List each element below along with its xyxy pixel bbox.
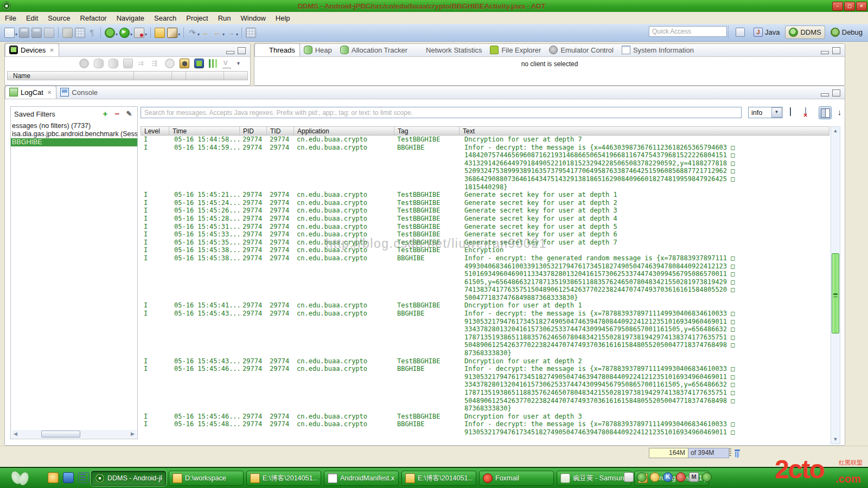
log-line[interactable]: I05-16 15:45:26...2977429774cn.edu.buaa.… [141,207,829,215]
systrace-icon[interactable] [222,59,231,68]
log-line[interactable]: I05-16 15:45:48...2977429774cn.edu.buaa.… [141,420,829,428]
log-line[interactable]: 9130532179476173451827490504746394780844… [141,428,829,436]
log-line[interactable]: I05-16 15:45:38...2977429774cn.edu.buaa.… [141,254,829,262]
filter-item[interactable]: essages (no filters) (7737) [11,122,137,130]
chevron-down-icon[interactable]: ▼ [771,107,782,118]
log-line[interactable]: I05-16 15:45:46...2977429774cn.edu.buaa.… [141,365,829,373]
debug-process-icon[interactable] [79,59,89,68]
perspective-java[interactable]: JJava [750,26,783,38]
quicklaunch-clock-icon[interactable] [48,472,59,483]
tray-keyboard-icon[interactable] [624,472,634,482]
quick-access-input[interactable] [649,26,727,37]
quicklaunch-list-icon[interactable] [78,472,89,483]
column-header[interactable]: Time [169,127,240,135]
search-brush-icon[interactable] [167,28,177,38]
log-line[interactable]: I05-16 15:44:59...2977429774cn.edu.buaa.… [141,144,829,152]
column-header[interactable]: Tag [394,127,459,135]
save-log-button[interactable] [788,106,800,118]
scroll-up-icon[interactable]: ▲ [831,127,840,135]
log-line[interactable]: I05-16 15:45:38...2977429774cn.edu.buaa.… [141,246,829,254]
view-menu-icon[interactable]: ▼ [236,59,245,68]
print-icon[interactable] [44,28,54,38]
log-line[interactable]: 3343782801320416157306253374474309945679… [141,325,829,333]
window-control-button[interactable]: □ [844,2,855,11]
delete-filter-icon[interactable]: − [112,110,122,118]
add-filter-icon[interactable]: + [100,110,110,118]
update-threads-icon[interactable]: ⇉ [138,59,146,68]
window-control-button[interactable]: - [832,2,843,11]
start-butterfly-logo[interactable] [8,470,36,486]
edit-filter-icon[interactable]: ✎ [124,110,134,118]
log-line[interactable]: I05-16 15:45:35...2977429774cn.edu.buaa.… [141,239,829,247]
menu-item[interactable]: File [0,12,21,24]
log-line[interactable]: 9130532179476173451827490504746394780844… [141,318,829,326]
scroll-left-icon[interactable]: ◀ [11,430,20,438]
ddms-view-tab[interactable]: System Information [618,44,698,56]
maximize-view-button[interactable] [832,89,840,97]
menu-item[interactable]: Navigate [112,12,149,24]
display-saved-filters-toggle[interactable] [819,106,832,119]
tray-green-icon[interactable] [637,472,647,482]
log-line[interactable]: I05-16 15:45:33...2977429774cn.edu.buaa.… [141,230,829,239]
run-icon[interactable] [119,28,130,38]
log-line[interactable]: I05-16 15:45:41...2977429774cn.edu.buaa.… [141,301,829,310]
last-edit-icon[interactable]: ↷ [188,28,197,37]
ddms-view-tab[interactable]: Network Statistics [412,44,486,56]
menu-item[interactable]: Run [213,12,236,24]
scroll-down-icon[interactable]: ▼ [831,435,840,444]
ddms-view-tab[interactable]: Allocation Tracker [336,44,412,56]
screen-capture-icon[interactable] [194,59,204,68]
scrollbar-thumb[interactable] [41,431,80,438]
window-control-button[interactable]: × [856,2,867,11]
menu-item[interactable]: Help [271,12,295,24]
back-icon[interactable]: ← [201,28,210,37]
taskbar-button[interactable]: AndroidManifest.x... [324,471,399,486]
taskbar-button[interactable]: DDMS - Android-jP... [91,471,166,486]
close-tab-icon[interactable]: ✕ [49,47,54,53]
close-tab-icon[interactable]: ✕ [47,89,52,95]
minimize-view-button[interactable] [226,51,234,54]
screenshot-icon[interactable] [180,59,189,68]
link-editor-icon[interactable] [246,28,256,38]
log-line[interactable]: 61505,y=65648663217871351938651188357624… [141,278,829,286]
scrollbar-thumb[interactable] [832,253,839,333]
log-line[interactable]: 3686429088073646164347514329138186516290… [141,175,829,183]
forward-icon[interactable]: → [226,28,235,37]
log-line[interactable]: I05-16 15:44:58...2977429774cn.edu.buaa.… [141,136,829,144]
menu-item[interactable]: Edit [21,12,43,24]
tab-devices[interactable]: Devices ✕ [5,43,59,56]
log-line[interactable]: 4313291426644979184905221018152329422850… [141,159,829,168]
save-icon[interactable] [19,28,29,38]
taskbar-button[interactable]: Foxmail [479,471,554,486]
open-type-icon[interactable] [155,28,165,38]
ddms-view-tab[interactable]: File Explorer [486,44,545,56]
new-wizard-icon[interactable] [4,28,15,38]
log-line[interactable]: 5209324753899938916357379541770649587633… [141,167,829,175]
column-header[interactable]: Text [459,127,829,135]
maximize-view-button[interactable] [832,47,840,54]
column-header[interactable]: Application [294,127,394,135]
filter-item[interactable]: BBGHIBE [11,138,137,146]
menu-item[interactable]: Window [236,12,271,24]
tray-red-icon[interactable] [676,472,686,482]
log-line[interactable]: 1787135193865118835762465078048342155028… [141,389,829,397]
dump-hprof-icon[interactable] [108,59,118,68]
show-whitespace-icon[interactable]: ¶ [87,28,97,37]
log-line[interactable]: 5048906125426377022382447074749370361616… [141,397,829,405]
log-line[interactable]: I05-16 15:45:43...2977429774cn.edu.buaa.… [141,357,829,365]
taskbar-button[interactable]: 豌豆荚 - Samsung... [557,471,631,486]
clear-log-button[interactable] [803,106,815,118]
tray-shield-icon[interactable] [702,472,712,482]
coverage-icon[interactable] [134,28,144,38]
menu-item[interactable]: Project [181,12,213,24]
log-line[interactable]: I05-16 15:45:28...2977429774cn.edu.buaa.… [141,215,829,223]
menu-item[interactable]: Refactor [75,12,112,24]
perspective-debug[interactable]: Debug [827,26,866,38]
menu-item[interactable]: Search [149,12,181,24]
perspective-ddms[interactable]: DDMS [785,25,825,39]
minimize-view-button[interactable] [821,51,829,54]
log-line[interactable]: I05-16 15:45:43...2977429774cn.edu.buaa.… [141,310,829,318]
taskbar-button[interactable]: D:\workspace [169,471,244,486]
minimize-view-button[interactable] [821,93,829,97]
log-line[interactable]: I05-16 15:45:46...2977429774cn.edu.buaa.… [141,413,829,421]
